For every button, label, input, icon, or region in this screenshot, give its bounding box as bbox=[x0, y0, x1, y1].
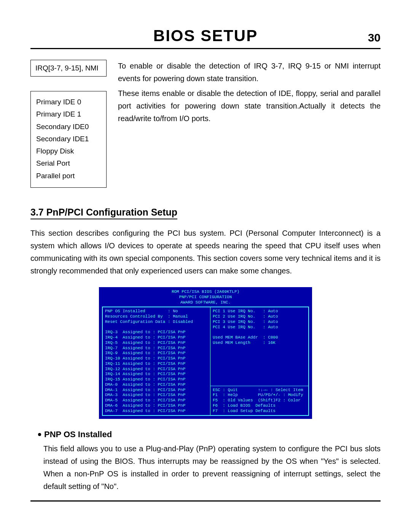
irq-box: IRQ[3-7, 9-15], NMI bbox=[30, 60, 107, 77]
list-item: Primary IDE 0 bbox=[36, 96, 101, 108]
subsection-text-pnp: This field allows you to use a Plug-and-… bbox=[43, 443, 381, 493]
list-item: Serial Port bbox=[36, 157, 101, 169]
paragraph-irq: To enable or disable the detection of IR… bbox=[118, 60, 381, 85]
bios-header-line: ROM PCI/ISA BIOS (2A69KTLP) bbox=[102, 289, 309, 295]
bullet-icon bbox=[38, 433, 41, 436]
bios-right-panel: PCI 1 Use IRQ No. : Auto PCI 2 Use IRQ N… bbox=[210, 307, 308, 415]
section-heading-3-7: 3.7 PnP/PCI Configuration Setup bbox=[30, 207, 177, 219]
bios-body: PNP OS Installed : No Resources Controll… bbox=[102, 307, 309, 416]
footer-rule bbox=[30, 500, 381, 502]
list-item: Floppy Disk bbox=[36, 145, 101, 157]
list-item: Secondary IDE0 bbox=[36, 121, 101, 133]
device-list-box: Primary IDE 0 Primary IDE 1 Secondary ID… bbox=[30, 91, 107, 188]
list-item: Primary IDE 1 bbox=[36, 108, 101, 120]
bios-right-bottom: ESC : Quit ↑↓→← : Select Item F1 : Help … bbox=[210, 386, 308, 415]
page-title: BIOS SETUP bbox=[153, 27, 258, 45]
page-header: BIOS SETUP 30 bbox=[30, 27, 381, 49]
page-number: 30 bbox=[368, 31, 381, 44]
bios-header-line: PNP/PCI CONFIGURATION bbox=[102, 295, 309, 300]
subsection-heading-pnp: PNP OS Installed bbox=[38, 430, 381, 439]
bios-right-top: PCI 1 Use IRQ No. : Auto PCI 2 Use IRQ N… bbox=[210, 307, 308, 385]
irq-box-text: IRQ[3-7, 9-15], NMI bbox=[35, 64, 99, 72]
left-column: IRQ[3-7, 9-15], NMI Primary IDE 0 Primar… bbox=[30, 60, 107, 188]
top-section: IRQ[3-7, 9-15], NMI Primary IDE 0 Primar… bbox=[30, 60, 381, 188]
bios-screenshot: ROM PCI/ISA BIOS (2A69KTLP) PNP/PCI CONF… bbox=[99, 287, 312, 419]
subsection-title-text: PNP OS Installed bbox=[44, 430, 112, 439]
bios-left-panel: PNP OS Installed : No Resources Controll… bbox=[103, 307, 210, 415]
list-item: Parallel port bbox=[36, 170, 101, 182]
bios-header: ROM PCI/ISA BIOS (2A69KTLP) PNP/PCI CONF… bbox=[102, 289, 309, 305]
list-item: Secondary IDE1 bbox=[36, 133, 101, 145]
document-page: BIOS SETUP 30 IRQ[3-7, 9-15], NMI Primar… bbox=[0, 0, 411, 532]
paragraph-ide: These items enable or disable the detect… bbox=[118, 87, 381, 125]
right-column: To enable or disable the detection of IR… bbox=[118, 60, 381, 188]
bios-header-line: AWARD SOFTWARE, INC. bbox=[102, 300, 309, 305]
section-text-3-7: This section describes configuring the P… bbox=[30, 227, 381, 277]
